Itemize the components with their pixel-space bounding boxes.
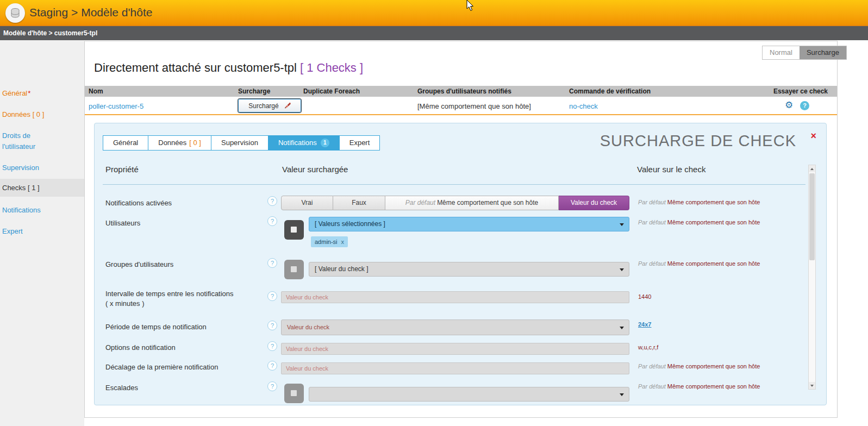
label-utilisateurs: Utilisateurs	[105, 219, 140, 227]
host-check-link[interactable]: poller-customer-5	[89, 102, 143, 110]
chevron-down-icon	[620, 268, 624, 271]
escalades-mode-toggle-button[interactable]	[284, 384, 304, 403]
escalades-select[interactable]	[309, 387, 629, 402]
default-prefix: Par défaut	[638, 199, 666, 205]
segment-default-text: Même comportement que son hôte	[437, 199, 538, 206]
overlay-title: SURCHARGE DE CHECK	[600, 132, 796, 150]
check-default-note: Par défautMême comportement que son hôte	[638, 383, 760, 390]
breadcrumb-text: Modèle d'hôte > customer5-tpl	[0, 26, 97, 40]
segment-par-defaut[interactable]: Par défautMême comportement que son hôte	[385, 196, 559, 210]
segment-faux[interactable]: Faux	[333, 196, 385, 210]
sidebar-item-label: Supervision	[2, 164, 39, 172]
usergroups-select-label: [ Valeur du check ]	[315, 265, 369, 273]
tab-donnees-count: [ 0 ]	[189, 139, 201, 147]
segment-valeur-du-check[interactable]: Valeur du check	[559, 196, 629, 210]
usergroups-mode-toggle-button[interactable]	[284, 260, 304, 279]
help-icon[interactable]: ?	[267, 321, 277, 330]
sidebar-item-donnees[interactable]: Données [ 0 ]	[0, 109, 84, 120]
colhead-valeur-check: Valeur sur le check	[637, 165, 705, 174]
scrollbar-thumb[interactable]	[809, 173, 815, 260]
top-header: Staging > Modèle d'hôte	[0, 0, 868, 26]
sidebar-item-label: Données [ 0 ]	[2, 110, 44, 118]
label-options-notification: Options de notification	[105, 343, 176, 352]
tab-general[interactable]: Général	[103, 135, 148, 151]
section-title-text: Directement attaché sur customer5-tpl	[94, 61, 297, 74]
gear-icon[interactable]: ⚙	[785, 100, 793, 111]
table-header: Nom Surcharge Duplicate Foreach Groupes …	[85, 86, 837, 97]
close-icon[interactable]: ×	[810, 131, 816, 141]
check-value-interval: 1440	[638, 293, 651, 300]
tab-notifications-label: Notifications	[278, 136, 317, 150]
help-icon[interactable]: ?	[267, 216, 277, 226]
label-notifications-activees: Notifications activées	[105, 199, 172, 207]
check-command-link[interactable]: no-check	[569, 102, 598, 110]
segment-vrai[interactable]: Vrai	[281, 196, 333, 210]
interval-input[interactable]	[281, 291, 629, 303]
tag-remove-icon[interactable]: x	[341, 239, 345, 245]
tab-expert[interactable]: Expert	[340, 135, 380, 151]
help-icon[interactable]: ?	[267, 258, 277, 268]
sidebar: Général* Données [ 0 ] Droits de l'utili…	[0, 40, 84, 426]
stop-square-icon	[291, 390, 297, 396]
default-text: Même comportement que son hôte	[667, 199, 760, 205]
col-surcharge: Surcharge	[238, 87, 270, 95]
sidebar-item-label: Général	[2, 89, 27, 97]
sidebar-item-supervision[interactable]: Supervision	[0, 162, 84, 173]
check-value-period-link[interactable]: 24x7	[638, 321, 651, 328]
tab-notifications[interactable]: Notifications 1	[268, 135, 340, 151]
breadcrumb: Modèle d'hôte > customer5-tpl	[0, 26, 868, 40]
label-periode: Période de temps de notification	[105, 323, 207, 331]
period-select[interactable]: Valeur du check	[281, 320, 629, 335]
default-prefix: Par défaut	[638, 219, 666, 225]
tab-supervision[interactable]: Supervision	[211, 135, 268, 151]
check-default-note: Par défautMême comportement que son hôte	[638, 219, 760, 225]
sidebar-item-notifications[interactable]: Notifications	[0, 205, 84, 216]
scroll-up-button[interactable]	[809, 165, 815, 172]
try-check-help-icon[interactable]: ?	[800, 101, 809, 110]
help-icon[interactable]: ?	[267, 196, 277, 206]
check-default-note: Par défautMême comportement que son hôte	[638, 363, 760, 369]
mode-surcharge-button[interactable]: Surcharge	[800, 46, 846, 59]
users-multiselect-label: [ Valeurs sélectionnées ]	[315, 220, 385, 228]
notification-options-input[interactable]	[281, 343, 629, 355]
sidebar-item-expert[interactable]: Expert	[0, 226, 84, 237]
triangle-down-icon	[810, 385, 814, 387]
surcharge-button[interactable]: Surchargé	[238, 99, 301, 112]
mode-normal-button[interactable]: Normal	[763, 46, 800, 59]
app-logo[interactable]	[5, 3, 25, 23]
overlay-scrollbar[interactable]	[808, 165, 816, 390]
help-icon[interactable]: ?	[267, 341, 277, 351]
chevron-down-icon	[620, 223, 624, 226]
notified-groups-value: [Même comportement que son hôte]	[417, 102, 531, 110]
chevron-down-icon	[620, 393, 624, 396]
sidebar-item-droits[interactable]: Droits de l'utilisateur	[0, 130, 61, 152]
label-intervalle: Intervalle de temps entre les notificati…	[105, 290, 234, 298]
help-icon[interactable]: ?	[267, 381, 277, 391]
sidebar-item-general[interactable]: Général*	[0, 88, 84, 99]
scroll-down-button[interactable]	[809, 382, 815, 389]
users-multiselect[interactable]: [ Valeurs sélectionnées ]	[309, 217, 629, 231]
label-groupes-utilisateurs: Groupes d'utilisateurs	[105, 260, 173, 268]
surcharge-button-label: Surchargé	[248, 102, 278, 110]
app-window: Staging > Modèle d'hôte Modèle d'hôte > …	[0, 0, 868, 426]
brush-icon	[284, 102, 291, 109]
usergroups-select[interactable]: [ Valeur du check ]	[309, 262, 629, 277]
colhead-propriete: Propriété	[105, 165, 139, 174]
col-commande-verification: Commande de vérification	[569, 87, 651, 95]
sidebar-item-checks[interactable]: Checks [ 1 ]	[0, 179, 84, 197]
required-asterisk: *	[28, 89, 30, 97]
users-mode-toggle-button[interactable]	[284, 220, 304, 240]
sidebar-item-label: Checks [ 1 ]	[2, 184, 40, 192]
help-icon[interactable]: ?	[267, 361, 277, 371]
mouse-cursor-icon	[466, 0, 475, 12]
first-notification-delay-input[interactable]	[281, 362, 629, 374]
sidebar-item-label: Droits de l'utilisateur	[2, 131, 35, 151]
tab-donnees[interactable]: Données[ 0 ]	[148, 135, 211, 151]
sidebar-item-label: Notifications	[2, 206, 41, 214]
default-prefix: Par défaut	[638, 363, 666, 369]
default-text: Même comportement que son hôte	[667, 383, 760, 390]
segment-default-prefix: Par défaut	[405, 199, 435, 206]
tag-label: admin-si	[315, 239, 338, 245]
page-title: Staging > Modèle d'hôte	[29, 6, 152, 19]
help-icon[interactable]: ?	[267, 291, 277, 301]
